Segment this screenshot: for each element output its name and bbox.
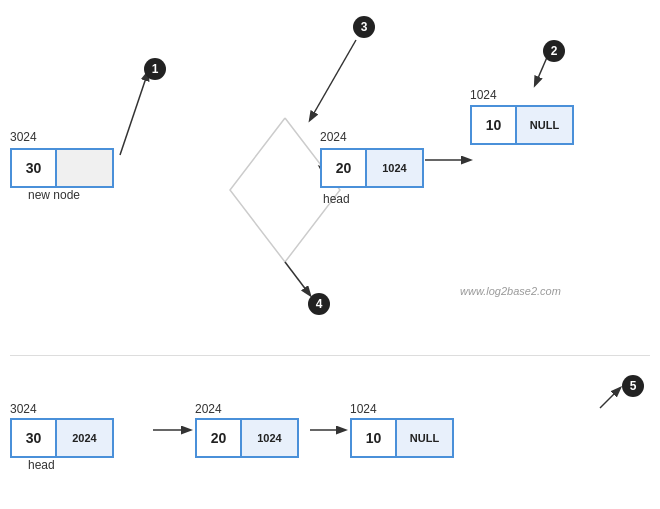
badge-2: 2 <box>543 40 565 62</box>
node-20-top: 20 1024 <box>320 148 424 188</box>
node30-data-bottom: 30 <box>12 420 57 456</box>
node10-address-bottom: 1024 <box>350 402 377 416</box>
node10-data-bottom: 10 <box>352 420 397 456</box>
svg-line-3 <box>285 262 310 295</box>
svg-line-0 <box>120 72 148 155</box>
node20-pointer-bottom: 1024 <box>242 420 297 456</box>
node-20-bottom: 20 1024 <box>195 418 299 458</box>
diagram-canvas: 1 2 3 4 3024 30 new node 2024 head 20 10… <box>0 0 660 509</box>
new-node-address: 3024 <box>10 130 37 144</box>
node20-pointer-top: 1024 <box>367 150 422 186</box>
node-10-bottom: 10 NULL <box>350 418 454 458</box>
node20-data-bottom: 20 <box>197 420 242 456</box>
new-node-label: new node <box>28 188 80 202</box>
node20-data-top: 20 <box>322 150 367 186</box>
node20-address-top: 2024 <box>320 130 347 144</box>
node10-address-top: 1024 <box>470 88 497 102</box>
head-label-top: head <box>323 192 350 206</box>
node20-address-bottom: 2024 <box>195 402 222 416</box>
new-node: 30 <box>10 148 114 188</box>
node10-pointer-top: NULL <box>517 107 572 143</box>
node-30-bottom: 30 2024 <box>10 418 114 458</box>
badge-1: 1 <box>144 58 166 80</box>
node30-pointer-bottom: 2024 <box>57 420 112 456</box>
node10-data-top: 10 <box>472 107 517 143</box>
badge-5: 5 <box>622 375 644 397</box>
divider <box>10 355 650 356</box>
node10-pointer-bottom: NULL <box>397 420 452 456</box>
new-node-data: 30 <box>12 150 57 186</box>
node30-address-bottom: 3024 <box>10 402 37 416</box>
svg-line-8 <box>600 388 620 408</box>
head-label-bottom: head <box>28 458 55 472</box>
node-10-top: 10 NULL <box>470 105 574 145</box>
badge-3: 3 <box>353 16 375 38</box>
new-node-pointer <box>57 150 112 186</box>
badge-4: 4 <box>308 293 330 315</box>
watermark: www.log2base2.com <box>460 285 561 297</box>
svg-line-1 <box>310 40 356 120</box>
